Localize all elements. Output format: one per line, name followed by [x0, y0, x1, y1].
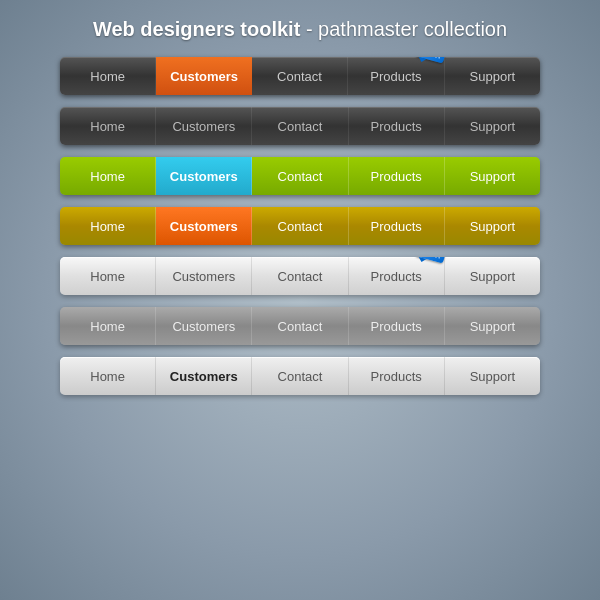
nav-item-customers[interactable]: Customers [156, 107, 252, 145]
nav-item-customers[interactable]: Customers [156, 207, 252, 245]
nav-item-customers[interactable]: Customers [156, 357, 252, 395]
nav-item-products[interactable]: ProductsNEW! [348, 57, 444, 95]
navbar-2: HomeCustomersContactProductsSupport [60, 107, 540, 145]
navbar-1: HomeCustomersContactProductsNEW!Support [60, 57, 540, 95]
nav-item-support[interactable]: Support [445, 57, 540, 95]
nav-item-products[interactable]: ProductsNEW! [349, 257, 445, 295]
navbar-3: HomeCustomersContactProductsSupport [60, 157, 540, 195]
new-badge: NEW! [415, 57, 447, 64]
nav-item-home[interactable]: Home [60, 57, 156, 95]
nav-item-support[interactable]: Support [445, 307, 540, 345]
nav-item-customers[interactable]: Customers [156, 57, 251, 95]
new-badge: NEW! [415, 257, 447, 264]
page-title: Web designers toolkit - pathmaster colle… [0, 18, 600, 41]
nav-item-customers[interactable]: Customers [156, 157, 252, 195]
nav-item-home[interactable]: Home [60, 107, 156, 145]
nav-item-support[interactable]: Support [445, 107, 540, 145]
navbars-container: HomeCustomersContactProductsNEW!SupportH… [60, 57, 540, 395]
nav-item-support[interactable]: Support [445, 207, 540, 245]
nav-item-contact[interactable]: Contact [252, 57, 348, 95]
nav-item-contact[interactable]: Contact [252, 357, 348, 395]
nav-item-customers[interactable]: Customers [156, 257, 252, 295]
navbar-6: HomeCustomersContactProductsSupport [60, 307, 540, 345]
nav-item-contact[interactable]: Contact [252, 207, 348, 245]
nav-item-home[interactable]: Home [60, 307, 156, 345]
navbar-5: HomeCustomersContactProductsNEW!Support [60, 257, 540, 295]
nav-item-contact[interactable]: Contact [252, 107, 348, 145]
nav-item-products[interactable]: Products [349, 357, 445, 395]
nav-item-home[interactable]: Home [60, 257, 156, 295]
nav-item-support[interactable]: Support [445, 157, 540, 195]
nav-item-products[interactable]: Products [349, 207, 445, 245]
nav-item-contact[interactable]: Contact [252, 157, 348, 195]
nav-item-support[interactable]: Support [445, 257, 540, 295]
nav-item-contact[interactable]: Contact [252, 257, 348, 295]
nav-item-products[interactable]: Products [349, 157, 445, 195]
navbar-4: HomeCustomersContactProductsSupport [60, 207, 540, 245]
nav-item-home[interactable]: Home [60, 207, 156, 245]
nav-item-customers[interactable]: Customers [156, 307, 252, 345]
navbar-7: HomeCustomersContactProductsSupport [60, 357, 540, 395]
nav-item-products[interactable]: Products [349, 107, 445, 145]
nav-item-home[interactable]: Home [60, 157, 156, 195]
nav-item-home[interactable]: Home [60, 357, 156, 395]
nav-item-contact[interactable]: Contact [252, 307, 348, 345]
nav-item-support[interactable]: Support [445, 357, 540, 395]
nav-item-products[interactable]: Products [349, 307, 445, 345]
